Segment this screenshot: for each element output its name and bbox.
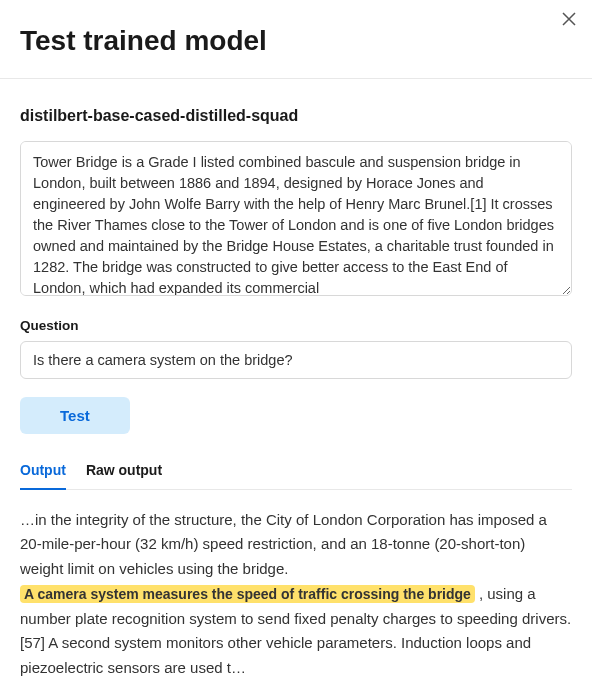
answer-highlight: A camera system measures the speed of tr… [20,585,475,603]
tab-output[interactable]: Output [20,462,66,490]
output-pre-text: …in the integrity of the structure, the … [20,511,547,578]
dialog-title: Test trained model [20,24,267,58]
output-content: …in the integrity of the structure, the … [20,508,572,681]
close-button[interactable] [562,12,576,26]
output-tabs: Output Raw output [20,462,572,490]
model-name: distilbert-base-cased-distilled-squad [20,107,572,125]
question-input[interactable] [20,341,572,379]
question-label: Question [20,318,572,333]
context-input[interactable] [20,141,572,296]
test-button[interactable]: Test [20,397,130,434]
close-icon [562,12,576,26]
dialog-content: distilbert-base-cased-distilled-squad Qu… [0,79,592,688]
dialog-header: Test trained model [0,0,592,79]
tab-raw-output[interactable]: Raw output [86,462,162,490]
